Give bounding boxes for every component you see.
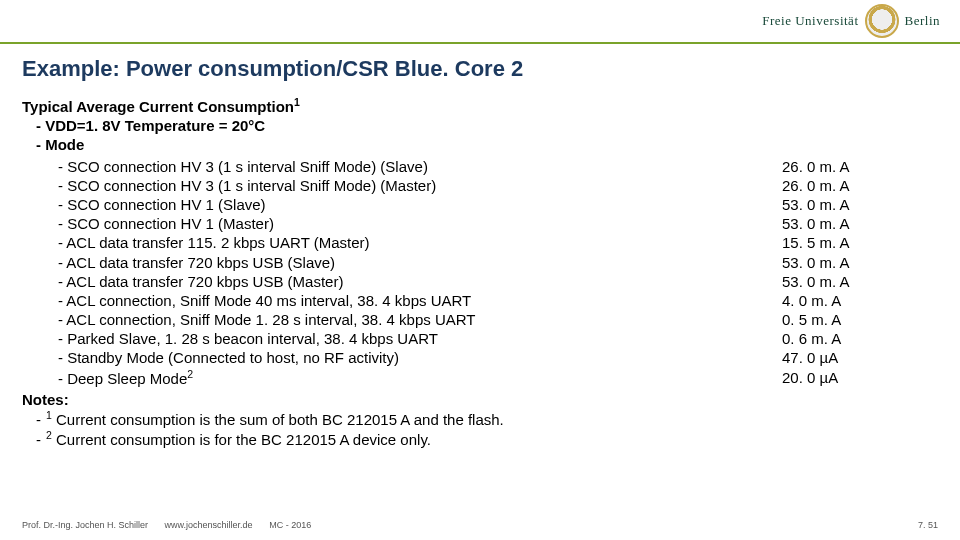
row-value: 20. 0 µA <box>782 368 882 388</box>
university-name-left: Freie Universität <box>762 13 858 29</box>
note-1: -1 Current consumption is the sum of bot… <box>22 409 938 429</box>
row-label: Deep Sleep Mode2 <box>22 368 782 388</box>
row-value: 26. 0 m. A <box>782 176 882 195</box>
slide-content: Typical Average Current Consumption1 - V… <box>22 96 938 449</box>
row-value: 53. 0 m. A <box>782 214 882 233</box>
header-divider <box>0 42 960 44</box>
consumption-table: SCO connection HV 3 (1 s interval Sniff … <box>22 157 938 388</box>
university-seal-icon <box>865 4 899 38</box>
row-value: 15. 5 m. A <box>782 233 882 252</box>
table-row: Deep Sleep Mode220. 0 µA <box>22 368 938 388</box>
table-row: ACL connection, Sniff Mode 40 ms interva… <box>22 291 938 310</box>
university-logo-block: Freie Universität Berlin <box>762 4 940 38</box>
row-label: SCO connection HV 3 (1 s interval Sniff … <box>22 176 782 195</box>
footer-page: 7. 51 <box>918 520 938 530</box>
table-row: SCO connection HV 3 (1 s interval Sniff … <box>22 176 938 195</box>
table-row: Parked Slave, 1. 28 s beacon interval, 3… <box>22 329 938 348</box>
row-label: ACL data transfer 720 kbps USB (Slave) <box>22 253 782 272</box>
row-label: SCO connection HV 1 (Slave) <box>22 195 782 214</box>
row-label: ACL connection, Sniff Mode 40 ms interva… <box>22 291 782 310</box>
table-row: Standby Mode (Connected to host, no RF a… <box>22 348 938 367</box>
table-row: ACL connection, Sniff Mode 1. 28 s inter… <box>22 310 938 329</box>
slide: Freie Universität Berlin Example: Power … <box>0 0 960 540</box>
row-label: SCO connection HV 3 (1 s interval Sniff … <box>22 157 782 176</box>
mode-heading: - Mode <box>22 135 938 154</box>
note-2: -2 Current consumption is for the BC 212… <box>22 429 938 449</box>
conditions-line: - VDD=1. 8V Temperature = 20°C <box>22 116 938 135</box>
row-label: ACL connection, Sniff Mode 1. 28 s inter… <box>22 310 782 329</box>
footer-course: MC - 2016 <box>269 520 311 530</box>
slide-title: Example: Power consumption/CSR Blue. Cor… <box>22 56 523 82</box>
row-value: 53. 0 m. A <box>782 272 882 291</box>
row-value: 47. 0 µA <box>782 348 882 367</box>
table-row: ACL data transfer 720 kbps USB (Slave)53… <box>22 253 938 272</box>
table-row: ACL data transfer 115. 2 kbps UART (Mast… <box>22 233 938 252</box>
row-label: SCO connection HV 1 (Master) <box>22 214 782 233</box>
university-name-right: Berlin <box>905 13 941 29</box>
section-heading: Typical Average Current Consumption1 <box>22 96 938 116</box>
table-row: ACL data transfer 720 kbps USB (Master)5… <box>22 272 938 291</box>
row-value: 53. 0 m. A <box>782 253 882 272</box>
row-value: 26. 0 m. A <box>782 157 882 176</box>
row-value: 0. 5 m. A <box>782 310 882 329</box>
row-label: ACL data transfer 720 kbps USB (Master) <box>22 272 782 291</box>
row-label: Standby Mode (Connected to host, no RF a… <box>22 348 782 367</box>
table-row: SCO connection HV 1 (Master)53. 0 m. A <box>22 214 938 233</box>
row-value: 53. 0 m. A <box>782 195 882 214</box>
table-row: SCO connection HV 1 (Slave)53. 0 m. A <box>22 195 938 214</box>
footer-left: Prof. Dr.-Ing. Jochen H. Schiller www.jo… <box>22 520 325 530</box>
row-label: ACL data transfer 115. 2 kbps UART (Mast… <box>22 233 782 252</box>
notes-heading: Notes: <box>22 390 938 409</box>
slide-footer: Prof. Dr.-Ing. Jochen H. Schiller www.jo… <box>22 520 938 530</box>
row-value: 4. 0 m. A <box>782 291 882 310</box>
footer-url: www.jochenschiller.de <box>165 520 253 530</box>
row-value: 0. 6 m. A <box>782 329 882 348</box>
footer-author: Prof. Dr.-Ing. Jochen H. Schiller <box>22 520 148 530</box>
table-row: SCO connection HV 3 (1 s interval Sniff … <box>22 157 938 176</box>
row-label: Parked Slave, 1. 28 s beacon interval, 3… <box>22 329 782 348</box>
